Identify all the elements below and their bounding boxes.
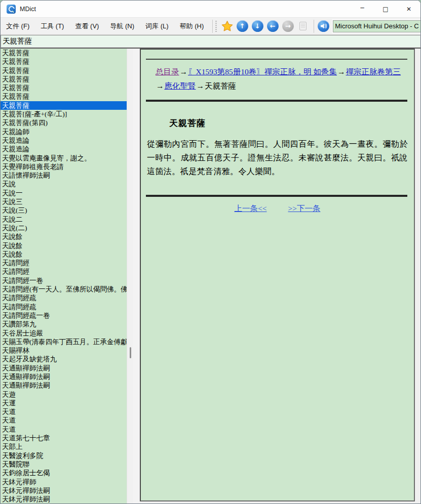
list-item[interactable]: 天道第七十七章	[1, 434, 127, 442]
menu-file[interactable]: 文件 (F)	[1, 18, 35, 34]
close-icon: ✕	[406, 6, 411, 13]
window-title: MDict	[20, 6, 36, 13]
rule-thick-upper	[146, 100, 407, 102]
list-item[interactable]: 天賜玉帶(清泰四年丁酉五月。正承金傅獻鏁	[1, 338, 127, 346]
previous-entry-link[interactable]: 上一条<<	[235, 203, 267, 214]
list-scrollbar[interactable]	[127, 49, 133, 503]
toolbar-separator-2	[314, 20, 314, 33]
list-item[interactable]: 天遊	[1, 390, 127, 399]
menu-bar: 文件 (F) 工具 (T) 查看 (V) 导航 (N) 词库 (L) 帮助 (H…	[1, 17, 420, 35]
breadcrumb-link[interactable]: 應化聖賢	[165, 81, 196, 90]
arrow-up-icon: ↑	[237, 20, 248, 32]
breadcrumb-current: 天親菩薩	[205, 81, 236, 90]
list-item[interactable]: 天親菩薩	[1, 83, 127, 92]
list-item[interactable]: 天說餘	[1, 250, 127, 259]
tts-voice-value: Microsoft Huihui Desktop - C	[333, 22, 420, 30]
maximize-button[interactable]: □	[374, 1, 397, 17]
breadcrumb-link[interactable]: 〖X1593第85册10卷〗禪宗正脉，明 如巹集	[188, 67, 337, 76]
list-item[interactable]: 天請問經一卷	[1, 276, 127, 285]
list-item[interactable]: 天道	[1, 425, 127, 434]
arrow-forward-icon: →	[282, 20, 294, 32]
breadcrumb: 总目录→〖X1593第85册10卷〗禪宗正脉，明 如巹集→禪宗正脉卷第三→應化聖…	[156, 65, 401, 93]
list-item[interactable]: 天鉢元禪師	[1, 478, 127, 486]
list-item[interactable]: 天通顯禪師法嗣	[1, 381, 127, 390]
menu-view[interactable]: 查看 (V)	[69, 18, 104, 34]
main-area: 天親菩薩天親菩薩天親菩薩天親菩薩天親菩薩天親菩薩天親菩薩天親菩[薩-產+(辛/工…	[1, 48, 420, 503]
breadcrumb-link[interactable]: 禪宗正脉卷第三	[346, 67, 401, 76]
list-item[interactable]: 天親造論	[1, 136, 127, 145]
article-body: 從彌勒內宮而下。無著菩薩問曰。人間四百年。彼天為一晝夜。彌勒於一時中。成就五百億…	[147, 137, 408, 178]
title-bar: MDict ─ □ ✕	[1, 1, 420, 17]
list-item[interactable]: 天賜禪林	[1, 346, 127, 355]
menu-navigate[interactable]: 导航 (N)	[104, 18, 140, 34]
list-item[interactable]: 天親菩薩	[1, 57, 127, 66]
list-item[interactable]: 天請問經疏一卷	[1, 311, 127, 320]
list-item[interactable]: 天親菩薩	[1, 49, 127, 57]
list-item[interactable]: 天語懷禪師法嗣	[1, 171, 127, 180]
list-item[interactable]: 天請問經(有一天人。至佛所以偈問佛。佛以	[1, 285, 127, 293]
minimize-button[interactable]: ─	[351, 1, 374, 17]
nav-down-button[interactable]: ↓	[251, 20, 263, 32]
list-item[interactable]: 天請問經疏	[1, 303, 127, 311]
list-item[interactable]: 天讚部第九	[1, 320, 127, 328]
list-item[interactable]: 天親菩薩	[1, 66, 127, 75]
menu-tools[interactable]: 工具 (T)	[35, 18, 69, 34]
list-item[interactable]: 天運	[1, 399, 127, 407]
list-item[interactable]: 天說一	[1, 189, 127, 197]
list-item[interactable]: 天鈞徐居士乞偈	[1, 469, 127, 477]
list-item[interactable]: 天鉢元禪師法嗣	[1, 486, 127, 495]
list-item[interactable]: 天覺以雲庵畫像見寄，謝之。	[1, 154, 127, 162]
tts-voice-select[interactable]: Microsoft Huihui Desktop - C ▼	[333, 20, 421, 32]
list-item[interactable]: 天親菩薩	[1, 101, 127, 110]
forward-button[interactable]: →	[282, 20, 294, 32]
next-entry-link[interactable]: >>下一条	[288, 203, 321, 214]
list-item[interactable]: 天谷居士追嚴	[1, 329, 127, 338]
breadcrumb-link[interactable]: 总目录	[156, 67, 179, 76]
list-item[interactable]: 天說二	[1, 215, 127, 224]
search-row	[1, 35, 420, 48]
list-item[interactable]: 天覺禪師祖雍長老請	[1, 162, 127, 171]
list-item[interactable]: 天親造論	[1, 145, 127, 153]
list-item[interactable]: 天說餘	[1, 241, 127, 250]
toolbar-grip[interactable]	[215, 21, 217, 32]
list-item[interactable]: 天親論師	[1, 128, 127, 136]
list-item[interactable]: 天起牙及缺瓮塔九	[1, 355, 127, 363]
list-item[interactable]: 天親菩薩	[1, 92, 127, 101]
pronounce-button[interactable]	[317, 20, 329, 32]
speaker-icon	[318, 20, 329, 32]
rule-thick-lower	[146, 195, 407, 197]
close-button[interactable]: ✕	[397, 1, 420, 17]
list-item[interactable]: 天說	[1, 180, 127, 188]
list-item[interactable]: 天請問經	[1, 267, 127, 276]
list-item[interactable]: 天醫院聯	[1, 460, 127, 469]
list-item[interactable]: 天親菩薩	[1, 75, 127, 83]
menu-library[interactable]: 词库 (L)	[140, 18, 174, 34]
list-item[interactable]: 天說餘	[1, 232, 127, 241]
list-item[interactable]: 天親菩薩(第四)	[1, 118, 127, 127]
list-item[interactable]: 天鉢元禪師法嗣	[1, 495, 127, 503]
list-item[interactable]: 天醫波利多院	[1, 451, 127, 460]
list-scrollbar-thumb[interactable]	[130, 347, 131, 358]
list-item[interactable]: 天通顯禪師法嗣	[1, 372, 127, 381]
list-item[interactable]: 天說(二)	[1, 224, 127, 232]
pane-splitter[interactable]	[133, 49, 140, 503]
list-item[interactable]: 天部上	[1, 442, 127, 451]
back-button[interactable]: ←	[266, 20, 279, 32]
list-item[interactable]: 天通顯禪師法嗣	[1, 364, 127, 372]
list-item[interactable]: 天請問經	[1, 259, 127, 267]
list-item[interactable]: 天說三	[1, 197, 127, 206]
list-item[interactable]: 天說(三)	[1, 206, 127, 215]
list-item[interactable]: 天請問經疏	[1, 293, 127, 302]
headword-input[interactable]	[1, 35, 420, 48]
favorites-button[interactable]	[221, 20, 233, 32]
mdict-app-icon	[7, 5, 16, 14]
list-item[interactable]: 天道	[1, 407, 127, 416]
nav-up-button[interactable]: ↑	[236, 20, 248, 32]
headword-list: 天親菩薩天親菩薩天親菩薩天親菩薩天親菩薩天親菩薩天親菩薩天親菩[薩-產+(辛/工…	[1, 49, 127, 503]
breadcrumb-arrow-icon: →	[337, 67, 346, 76]
list-item[interactable]: 天親菩[薩-產+(辛/工)]	[1, 110, 127, 118]
menu-help[interactable]: 帮助 (H)	[174, 18, 210, 34]
list-item[interactable]: 天道	[1, 416, 127, 425]
arrow-down-icon: ↓	[252, 20, 263, 32]
paste-button[interactable]	[297, 20, 309, 32]
